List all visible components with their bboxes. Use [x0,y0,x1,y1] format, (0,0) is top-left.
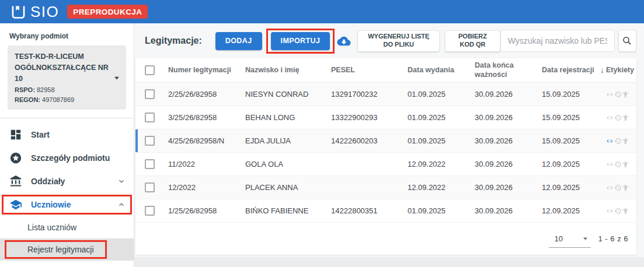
history-icon[interactable] [614,159,622,170]
code-brackets-icon[interactable] [606,135,614,147]
sidebar-divider [0,118,134,118]
code-brackets-icon[interactable] [606,159,614,170]
code-brackets-icon[interactable] [606,112,614,124]
cell-data-rejestracji: 12.09.2025 [542,206,606,215]
column-header-etykiety: Etykiety [606,66,636,75]
code-brackets-icon[interactable] [606,89,614,100]
top-header: SIO PREPRODUKCJA [0,0,644,23]
table-row[interactable]: 3/25/26/82958 BEHAN LONG 13322900293 01.… [135,106,636,129]
page-size-select[interactable]: 10 [549,230,591,248]
row-checkbox[interactable] [145,182,155,192]
selected-entity-label: Wybrany podmiot [0,32,134,45]
row-checkbox[interactable] [145,159,155,169]
sidebar-item-label: Oddziały [31,177,109,186]
cell-data-konca-waznosci: 30.09.2026 [475,206,542,215]
sio-logo-icon [11,4,26,20]
table-row[interactable]: 1/25/26/82958 BIŃKO FABIENNE 14222800351… [135,199,636,223]
column-header-data-wydania[interactable]: Data wydania [408,66,475,75]
person-icon[interactable] [622,135,629,147]
column-header-numer[interactable]: Numer legitymacji [168,66,245,75]
sidebar-nav: Start Szczegóły podmiotu Oddziały [0,123,134,267]
table-footer: 10 1 - 6 z 6 [135,223,636,255]
cell-nazwisko-i-imie: NIESYN CONRAD [245,90,331,99]
chevron-down-icon [113,75,120,82]
bank-icon [9,175,22,188]
cell-numer-legitymacji: 1/25/26/82958 [168,206,245,215]
person-icon[interactable] [622,112,629,124]
sidebar-item-rejestr-legitymacji[interactable]: Rejestr legitymacji [0,238,134,261]
cell-nazwisko-i-imie: BIŃKO FABIENNE [245,206,331,215]
column-header-pesel[interactable]: PESEL [331,66,408,75]
column-header-data-rejestracji[interactable]: Data rejestracji [542,66,594,75]
history-icon[interactable] [614,89,622,100]
person-icon[interactable] [622,159,629,170]
select-all-checkbox[interactable] [145,65,155,75]
rspo-label: RSPO: [15,86,35,93]
cell-nazwisko-i-imie: BEHAN LONG [245,113,331,122]
cloud-download-icon[interactable] [336,34,352,48]
table-row[interactable]: 2/25/26/82958 NIESYN CONRAD 13291700232 … [135,83,636,106]
sidebar-item-label: Uczniowie [31,200,109,209]
cell-data-rejestracji: 15.09.2025 [542,90,606,99]
import-button[interactable]: IMPORTUJ [271,32,330,50]
table-row[interactable]: 11/2022 GOLA OLA 12.09.2022 30.09.2026 1… [135,153,636,176]
dashboard-icon [9,128,22,141]
environment-badge: PREPRODUKCJA [67,5,148,19]
sidebar-item-start[interactable]: Start [0,123,134,146]
cell-nazwisko-i-imie: PLACEK ANNA [245,183,331,192]
chevron-down-icon [117,177,126,185]
table-body: 2/25/26/82958 NIESYN CONRAD 13291700232 … [135,83,636,223]
sort-descending-icon[interactable]: ↓ [600,65,604,76]
table-row[interactable]: 4/25/26/82958/N EJDA JULIJA 14222600203 … [135,129,636,153]
cell-data-wydania: 01.09.2025 [408,113,475,122]
rspo-value: 82958 [37,86,55,93]
row-checkbox[interactable] [145,136,155,146]
page-title: Legitymacje: [145,36,202,46]
sio-logo[interactable]: SIO [11,4,59,20]
cell-data-konca-waznosci: 30.09.2026 [475,113,542,122]
person-icon[interactable] [622,89,629,100]
search-button[interactable] [618,30,636,52]
search-input[interactable] [500,30,615,52]
sidebar-item-label: Szczegóły podmiotu [31,153,126,163]
sidebar-item-lista-uczniow[interactable]: Lista uczniów [0,216,134,238]
code-brackets-icon[interactable] [606,205,614,217]
column-header-data-konca[interactable]: Data końca ważności [475,61,542,79]
cell-data-rejestracji: 15.09.2025 [542,113,606,122]
cell-numer-legitymacji: 11/2022 [168,160,245,168]
row-checkbox[interactable] [145,89,155,99]
history-icon[interactable] [614,112,622,124]
row-checkbox[interactable] [145,206,155,216]
history-icon[interactable] [614,205,622,217]
sidebar-item-szczegoly-podmiotu[interactable]: Szczegóły podmiotu [0,146,134,170]
cell-numer-legitymacji: 3/25/26/82958 [168,113,245,122]
history-icon[interactable] [614,182,622,194]
sidebar-item-statusy-operacji[interactable]: Statusy operacji grupowych [0,261,134,267]
person-icon[interactable] [622,182,629,194]
history-icon[interactable] [614,135,622,147]
entity-selector[interactable]: TEST-KD-R-LICEUM OGÓLNOKSZTAŁCĄCE NR 10 … [8,45,126,110]
cell-nazwisko-i-imie: GOLA OLA [245,160,331,168]
sidebar-item-uczniowie[interactable]: Uczniowie [0,193,134,216]
cell-data-konca-waznosci: 30.09.2026 [475,136,542,145]
add-button[interactable]: DODAJ [215,32,262,50]
row-checkbox[interactable] [145,113,155,122]
sidebar-subitem-label: Rejestr legitymacji [27,245,94,254]
column-header-nazwisko[interactable]: Nazwisko i imię [245,66,331,75]
table-row[interactable]: 12/2022 PLACEK ANNA 12.09.2022 30.09.202… [135,176,636,199]
toolbar: Legitymacje: DODAJ IMPORTUJ WYGENERUJ LI… [134,23,644,58]
code-brackets-icon[interactable] [606,182,614,194]
cell-numer-legitymacji: 2/25/26/82958 [168,90,245,99]
sio-logo-text: SIO [30,4,59,19]
regon-label: REGON: [15,96,40,103]
cell-data-rejestracji: 12.09.2025 [542,183,606,192]
entity-regon: REGON: 497087869 [15,95,113,105]
person-icon[interactable] [622,205,629,217]
generate-list-button[interactable]: WYGENERUJ LISTĘ DO PLIKU [357,30,440,52]
sidebar-item-oddzialy[interactable]: Oddziały [0,170,134,193]
download-qr-button[interactable]: POBIERZ KOD QR [445,30,500,52]
bottom-strip [134,257,644,267]
cell-data-konca-waznosci: 30.09.2026 [475,90,542,99]
cell-data-wydania: 12.09.2022 [408,183,475,192]
entity-rspo: RSPO: 82958 [15,85,113,95]
